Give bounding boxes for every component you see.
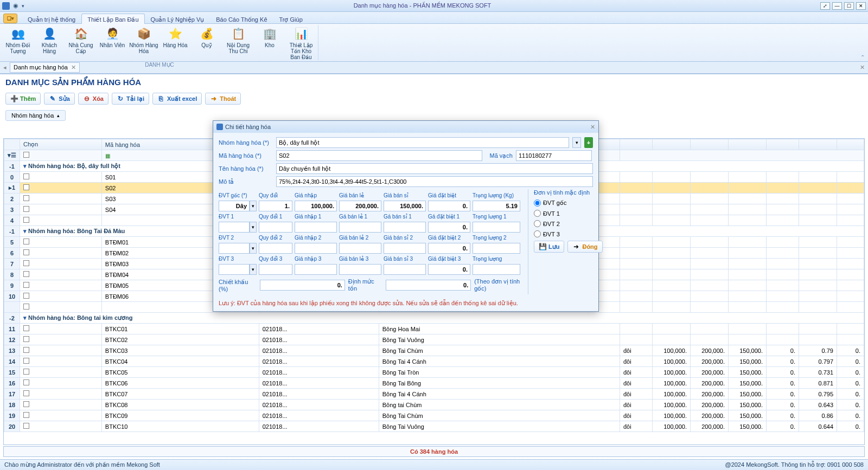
app-menu-button[interactable]: ❑▾ [3, 14, 17, 23]
ribbon-button-label: Nội Dung Thu Chi [224, 42, 253, 54]
maximize-button[interactable]: ☐ [844, 2, 854, 10]
ribbon-button[interactable]: 📋Nội Dung Thu Chi [222, 25, 254, 61]
ribbon-button-label: Nhóm Đối Tượng [3, 42, 33, 54]
ribbon-button-icon: ⭐ [168, 26, 183, 41]
window-btn-1[interactable]: ⤢ [820, 2, 830, 10]
ribbon-button-label: Quỹ [201, 42, 212, 48]
ribbon-button-label: Kho [265, 42, 275, 48]
window-title: Danh mục hàng hóa - PHẦN MỀM MEKONG SOFT [24, 2, 820, 9]
ribbon-button-icon: 📊 [293, 26, 309, 41]
ribbon: 👥Nhóm Đối Tượng👤Khách Hàng🏠Nhà Cung Cấp🧑… [0, 24, 868, 62]
ribbon-button[interactable]: 💰Quỹ [191, 25, 222, 61]
ribbon-tabs: ❑▾ Quản trị hệ thốngThiết Lập Ban ĐầuQuả… [0, 12, 868, 24]
ribbon-tab[interactable]: Quản Lý Nghiệp Vụ [145, 14, 210, 25]
ribbon-button[interactable]: 📊Thiết Lập Tồn Kho Ban Đầu [285, 25, 317, 61]
ribbon-button-icon: 👤 [42, 26, 57, 41]
ribbon-button[interactable]: 🏠Nhà Cung Cấp [65, 25, 97, 61]
ribbon-tab[interactable]: Thiết Lập Ban Đầu [81, 14, 144, 25]
ribbon-button-label: Nhóm Hàng Hóa [129, 42, 158, 54]
minimize-button[interactable]: — [832, 2, 842, 10]
ribbon-button-label: Nhân Viên [100, 42, 125, 48]
ribbon-collapse-icon[interactable]: ⌃ [860, 54, 865, 60]
ribbon-button-icon: 🏢 [262, 26, 277, 41]
ribbon-button-icon: 👥 [10, 26, 25, 41]
ribbon-tab[interactable]: Báo Cáo Thống Kê [210, 14, 273, 25]
ribbon-group-label: DANH MỤC [145, 61, 174, 68]
ribbon-button-icon: 🏠 [73, 26, 88, 41]
ribbon-button-label: Hàng Hóa [163, 42, 187, 48]
ribbon-button-icon: 🧑‍💼 [105, 26, 120, 41]
titlebar: ◉ ▾ Danh mục hàng hóa - PHẦN MỀM MEKONG … [0, 0, 868, 12]
document-tab-label: Danh mục hàng hóa [14, 64, 68, 71]
tab-prev-icon[interactable]: ◂ [3, 64, 7, 71]
ribbon-button[interactable]: ⭐Hàng Hóa [159, 25, 191, 61]
ribbon-button[interactable]: 📦Nhóm Hàng Hóa [128, 25, 159, 61]
ribbon-button-label: Thiết Lập Tồn Kho Ban Đầu [286, 42, 316, 60]
ribbon-button[interactable]: 🧑‍💼Nhân Viên [97, 25, 128, 61]
ribbon-button-icon: 📦 [136, 26, 151, 41]
document-tab[interactable]: Danh mục hàng hóa ✕ [10, 62, 80, 73]
ribbon-button[interactable]: 👤Khách Hàng [34, 25, 65, 61]
tab-close-icon[interactable]: ✕ [71, 64, 76, 71]
document-tabs: ◂ Danh mục hàng hóa ✕ ✕ [0, 62, 868, 74]
close-button[interactable]: ✕ [856, 2, 866, 10]
ribbon-button[interactable]: 🏢Kho [254, 25, 285, 61]
ribbon-button-icon: 📋 [231, 26, 246, 41]
qat-icon[interactable]: ◉ [13, 2, 18, 9]
ribbon-button[interactable]: 👥Nhóm Đối Tượng [2, 25, 34, 61]
tabs-close-all-icon[interactable]: ✕ [860, 64, 865, 71]
ribbon-button-label: Khách Hàng [35, 42, 64, 54]
ribbon-tab[interactable]: Trợ Giúp [273, 14, 309, 25]
ribbon-button-label: Nhà Cung Cấp [66, 42, 95, 54]
app-icon [2, 2, 10, 10]
ribbon-button-icon: 💰 [199, 26, 214, 41]
ribbon-tab[interactable]: Quản trị hệ thống [22, 14, 81, 25]
